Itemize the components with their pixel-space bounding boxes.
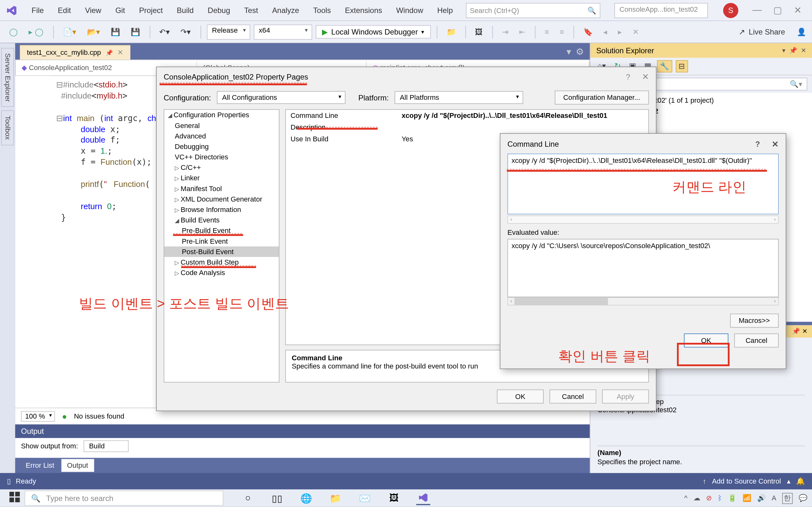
menu-git[interactable]: Git bbox=[109, 3, 131, 17]
tab-dropdown-icon[interactable]: ▾ bbox=[566, 46, 571, 57]
tree-general[interactable]: General bbox=[164, 120, 279, 131]
tree-code-analysis[interactable]: ▷Code Analysis bbox=[164, 268, 279, 278]
grid-val-useinbuild[interactable]: Yes bbox=[397, 133, 418, 145]
bell-icon[interactable]: 🔔 bbox=[796, 477, 805, 486]
user-badge[interactable]: S bbox=[723, 3, 739, 18]
tree-debugging[interactable]: Debugging bbox=[164, 141, 279, 152]
menu-help[interactable]: Help bbox=[432, 3, 459, 17]
taskbar-search[interactable]: 🔍 Type here to search bbox=[24, 491, 223, 506]
redo-icon[interactable]: ↷▾ bbox=[177, 25, 194, 38]
bookmark-icon[interactable]: 🔖 bbox=[580, 25, 596, 38]
tree-cpp[interactable]: ▷C/C++ bbox=[164, 162, 279, 173]
tree-linker[interactable]: ▷Linker bbox=[164, 173, 279, 183]
save-icon[interactable]: 💾 bbox=[107, 25, 124, 38]
file-tab-active[interactable]: test1_cxx_cc_mylib.cpp 📌 ✕ bbox=[20, 45, 131, 60]
grid-key-cmdline[interactable]: Command Line bbox=[286, 110, 397, 121]
sol-toggle-icon[interactable]: ⊟ bbox=[676, 60, 688, 72]
tree-pre-link[interactable]: Pre-Link Event bbox=[164, 236, 279, 246]
dialog-close-icon[interactable]: ✕ bbox=[642, 72, 649, 81]
side-tab-toolbox[interactable]: Toolbox bbox=[1, 111, 14, 145]
property-tree[interactable]: ◢Configuration Properties General Advanc… bbox=[164, 109, 280, 383]
platform-dropdown[interactable]: x64 bbox=[253, 24, 312, 39]
maximize-icon[interactable]: ▢ bbox=[773, 5, 782, 16]
config-dropdown[interactable]: All Configurations bbox=[217, 91, 345, 104]
pin-icon[interactable]: 📌 bbox=[106, 49, 113, 56]
tray-onedrive-icon[interactable]: ☁ bbox=[693, 494, 700, 502]
tray-action-icon[interactable]: 💬 bbox=[799, 494, 808, 502]
dialog-help-icon[interactable]: ? bbox=[626, 72, 630, 81]
close-icon[interactable]: ✕ bbox=[794, 5, 802, 16]
menu-file[interactable]: File bbox=[26, 3, 49, 17]
panel-pin-icon[interactable]: 📌 bbox=[789, 47, 798, 54]
eval-scrollbar[interactable]: ‹› bbox=[507, 297, 779, 305]
tray-battery-icon[interactable]: 🔋 bbox=[728, 494, 737, 502]
panel-dropdown-icon[interactable]: ▾ bbox=[782, 47, 786, 54]
edge-icon[interactable]: 🌐 bbox=[299, 491, 313, 505]
search-input[interactable]: Search (Ctrl+Q) 🔍 bbox=[466, 3, 600, 18]
cmd-scrollbar[interactable]: ‹› bbox=[507, 216, 779, 224]
cortana-icon[interactable]: ○ bbox=[241, 491, 255, 505]
cmd-close-icon[interactable]: ✕ bbox=[772, 139, 779, 149]
mail-icon[interactable]: ✉️ bbox=[358, 491, 372, 505]
tree-vcdirs[interactable]: VC++ Directories bbox=[164, 152, 279, 162]
menu-test[interactable]: Test bbox=[238, 3, 264, 17]
platform-dropdown[interactable]: All Platforms bbox=[395, 91, 523, 104]
menu-build[interactable]: Build bbox=[171, 3, 200, 17]
bm-next-icon[interactable]: ▸ bbox=[614, 25, 625, 38]
tree-xmldoc[interactable]: ▷XML Document Generator bbox=[164, 194, 279, 205]
tab-close-icon[interactable]: ✕ bbox=[117, 49, 123, 57]
menu-project[interactable]: Project bbox=[133, 3, 168, 17]
menu-edit[interactable]: Edit bbox=[52, 3, 77, 17]
tray-volume-icon[interactable]: 🔊 bbox=[757, 494, 766, 502]
menu-debug[interactable]: Debug bbox=[202, 3, 236, 17]
align-icon-2[interactable]: ≡ bbox=[556, 25, 567, 38]
taskview-icon[interactable]: ▯▯ bbox=[270, 491, 284, 505]
minimize-icon[interactable]: — bbox=[752, 5, 762, 16]
tree-advanced[interactable]: Advanced bbox=[164, 131, 279, 141]
output-from-dropdown[interactable]: Build bbox=[84, 441, 129, 452]
menu-extensions[interactable]: Extensions bbox=[339, 3, 388, 17]
tray-lang-icon[interactable]: A bbox=[772, 494, 776, 502]
tray-ime-icon[interactable]: 한 bbox=[782, 493, 793, 504]
save-all-icon[interactable]: 💾 bbox=[127, 25, 144, 38]
bm-clear-icon[interactable]: ✕ bbox=[629, 25, 642, 38]
tree-browse[interactable]: ▷Browse Information bbox=[164, 205, 279, 215]
side-tab-server-explorer[interactable]: Server Explorer bbox=[1, 48, 14, 107]
new-item-icon[interactable]: 📄▾ bbox=[59, 25, 80, 38]
props-pin-icon[interactable]: 📌 ✕ bbox=[792, 328, 807, 335]
start-debug-button[interactable]: ▶ Local Windows Debugger ▾ bbox=[316, 25, 431, 38]
chevron-up-icon[interactable]: ▴ bbox=[787, 477, 791, 486]
vs-icon[interactable] bbox=[416, 491, 430, 505]
grid-val-cmdline[interactable]: xcopy /y /d "$(ProjectDir)..\..\Dll_test… bbox=[397, 110, 612, 121]
grid-key-useinbuild[interactable]: Use In Build bbox=[286, 133, 397, 145]
align-icon[interactable]: ≡ bbox=[541, 25, 553, 38]
cmd-help-icon[interactable]: ? bbox=[755, 139, 760, 149]
macros-button[interactable]: Macros>> bbox=[730, 314, 779, 328]
step-icon-2[interactable]: ⇤ bbox=[515, 25, 529, 38]
cmd-cancel-button[interactable]: Cancel bbox=[734, 333, 779, 347]
live-share-button[interactable]: ↗ Live Share 👤 bbox=[739, 27, 806, 37]
nav-back-icon[interactable]: ◯ bbox=[6, 25, 21, 38]
add-source-control[interactable]: Add to Source Control bbox=[712, 477, 781, 486]
menu-view[interactable]: View bbox=[79, 3, 107, 17]
explorer-icon[interactable]: 📁 bbox=[328, 491, 343, 505]
tray-bluetooth-icon[interactable]: ᛒ bbox=[718, 494, 722, 502]
menu-analyze[interactable]: Analyze bbox=[266, 3, 305, 17]
bm-prev-icon[interactable]: ◂ bbox=[600, 25, 611, 38]
menu-tools[interactable]: Tools bbox=[307, 3, 337, 17]
tray-wifi-icon[interactable]: 📶 bbox=[743, 494, 751, 502]
tray-security-icon[interactable]: ⊘ bbox=[706, 494, 712, 502]
tab-output[interactable]: Output bbox=[61, 459, 94, 472]
tree-manifest[interactable]: ▷Manifest Tool bbox=[164, 183, 279, 194]
cancel-button[interactable]: Cancel bbox=[549, 389, 596, 403]
grid-val-desc[interactable] bbox=[397, 121, 406, 133]
folder-icon[interactable]: 📁 bbox=[443, 25, 460, 38]
ok-button[interactable]: OK bbox=[497, 389, 544, 403]
menu-window[interactable]: Window bbox=[391, 3, 429, 17]
tree-root[interactable]: ◢Configuration Properties bbox=[164, 110, 279, 120]
config-dropdown[interactable]: Release bbox=[207, 24, 250, 39]
step-icon[interactable]: ⇥ bbox=[499, 25, 512, 38]
panel-close-icon[interactable]: ✕ bbox=[801, 47, 806, 54]
zoom-dropdown[interactable]: 100 % bbox=[21, 411, 55, 421]
start-button[interactable] bbox=[5, 489, 25, 507]
